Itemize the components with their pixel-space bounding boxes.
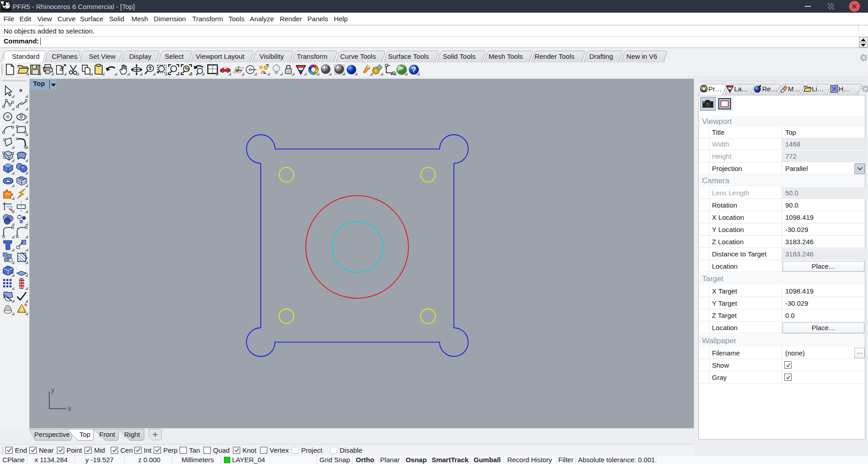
- svg-text:?: ?: [833, 86, 836, 91]
- svg-text:x: x: [68, 405, 71, 412]
- svg-text:?: ?: [412, 66, 416, 74]
- svg-text:6: 6: [7, 2, 10, 7]
- svg-text:y: y: [51, 386, 55, 394]
